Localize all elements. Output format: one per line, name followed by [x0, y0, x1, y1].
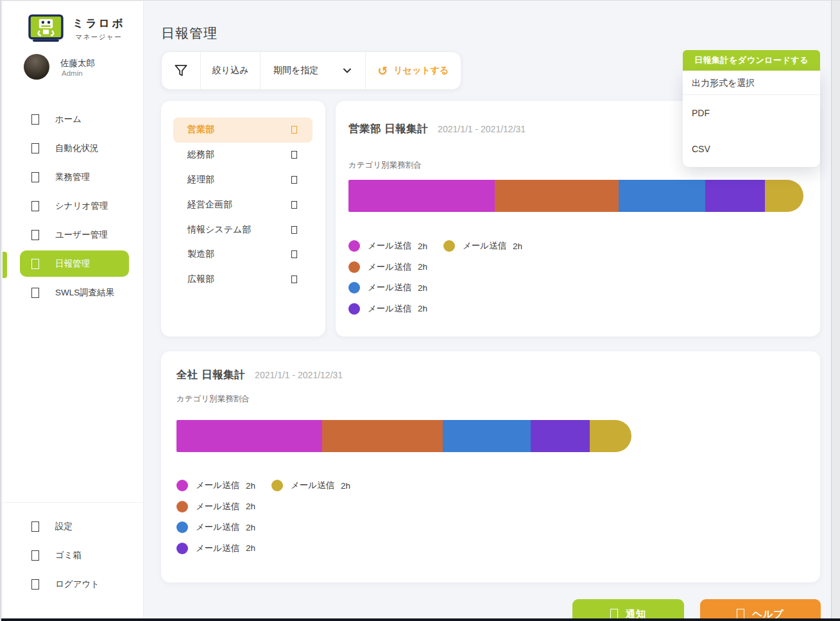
automation-status-icon	[31, 143, 39, 153]
robot-logo-icon	[28, 14, 65, 43]
sidebar-nav: ホーム自動化状況業務管理シナリオ管理ユーザー管理日報管理SWLS調査結果	[3, 105, 143, 307]
legend-dot	[348, 282, 360, 293]
legend-label: メール送信	[463, 240, 506, 252]
period-select[interactable]: 期間を指定	[261, 52, 366, 89]
app-name: ミラロボ	[73, 16, 125, 31]
trash-icon	[31, 550, 39, 561]
legend-item: メール送信2h	[176, 543, 271, 554]
bar-segment	[765, 180, 803, 212]
legend-dot	[176, 543, 188, 554]
department-label: 製造部	[187, 249, 214, 260]
sidebar-item-label: ユーザー管理	[55, 229, 108, 241]
sidebar-item-logout[interactable]: ログアウト	[3, 570, 143, 599]
legend-dot	[176, 501, 188, 512]
sidebar-item-automation-status[interactable]: 自動化状況	[3, 134, 143, 162]
company-report-chart-panel: 全社 日報集計 2021/1/1 - 2021/12/31 カテゴリ別業務割合 …	[161, 351, 820, 582]
bell-icon	[610, 609, 618, 619]
user-name: 佐藤太郎	[60, 58, 95, 69]
sidebar-item-swls-survey-results[interactable]: SWLS調査結果	[3, 278, 143, 307]
department-chevron-icon	[291, 276, 297, 283]
work-management-icon	[31, 172, 39, 182]
legend-label: メール送信	[368, 282, 411, 293]
filter-funnel-button[interactable]	[162, 52, 201, 89]
legend-value: 2h	[246, 502, 255, 511]
department-label: 営業部	[187, 124, 214, 136]
legend-value: 2h	[246, 481, 255, 491]
legend-item: メール送信2h	[271, 480, 350, 491]
sidebar-item-label: ログアウト	[55, 579, 99, 590]
sidebar-item-label: 日報管理	[55, 258, 90, 270]
sidebar-item-daily-report-management[interactable]: 日報管理	[3, 249, 143, 278]
legend-value: 2h	[418, 283, 427, 293]
bar-segment	[176, 420, 322, 452]
department-item[interactable]: 経理部	[173, 168, 313, 193]
avatar	[24, 54, 49, 80]
chart-legend: メール送信2hメール送信2hメール送信2hメール送信2hメール送信2h	[176, 475, 350, 559]
app-subtitle: マネージャー	[73, 33, 125, 42]
sidebar-item-user-management[interactable]: ユーザー管理	[3, 220, 143, 249]
download-format-prompt: 出力形式を選択	[683, 71, 820, 95]
scrollbar-track[interactable]	[831, 1, 840, 621]
chart-subtitle: カテゴリ別業務割合	[348, 160, 422, 171]
legend-item: メール送信2h	[348, 282, 443, 293]
department-chevron-icon	[291, 151, 297, 159]
department-chevron-icon	[291, 226, 297, 234]
department-list: 営業部総務部経理部経営企画部情報システム部製造部広報部	[173, 118, 313, 292]
filter-label: 絞り込み	[201, 52, 261, 89]
department-chevron-icon	[291, 126, 297, 134]
legend-dot	[348, 240, 360, 252]
notifications-button[interactable]: 通知	[572, 599, 684, 621]
daily-report-management-icon	[31, 259, 39, 269]
sidebar: ミラロボ マネージャー 佐藤太郎 Admin ホーム自動化状況業務管理シナリオ管…	[3, 1, 144, 618]
legend-label: メール送信	[196, 543, 239, 554]
department-item[interactable]: 製造部	[173, 242, 313, 267]
help-button[interactable]: ヘルプ	[700, 599, 821, 621]
department-item[interactable]: 経営企画部	[173, 192, 313, 217]
legend-item: メール送信2h	[443, 240, 522, 252]
legend-label: メール送信	[196, 521, 239, 533]
sidebar-item-home[interactable]: ホーム	[3, 105, 143, 134]
sidebar-item-trash[interactable]: ゴミ箱	[3, 541, 143, 570]
department-label: 情報システム部	[187, 224, 251, 236]
filter-bar: 絞り込み 期間を指定 ↺ リセットする	[161, 51, 461, 90]
user-management-icon	[31, 230, 39, 240]
sidebar-divider	[3, 502, 143, 503]
legend-item: メール送信2h	[348, 240, 443, 252]
legend-dot	[271, 480, 283, 491]
legend-value: 2h	[418, 304, 427, 313]
sidebar-item-label: ゴミ箱	[55, 550, 81, 561]
chart-date-range: 2021/1/1 - 2021/12/31	[255, 370, 343, 380]
sidebar-item-scenario-management[interactable]: シナリオ管理	[3, 191, 143, 220]
legend-label: メール送信	[368, 240, 411, 252]
reset-icon: ↺	[378, 65, 388, 77]
download-option-csv[interactable]: CSV	[683, 131, 820, 167]
app-logo: ミラロボ マネージャー	[28, 14, 125, 43]
swls-survey-results-icon	[31, 288, 39, 298]
department-chevron-icon	[291, 201, 297, 209]
department-item[interactable]: 広報部	[173, 267, 313, 292]
download-report-button[interactable]: 日報集計をダウンロードする	[683, 50, 820, 71]
sidebar-item-settings[interactable]: 設定	[3, 512, 143, 541]
reset-button-label: リセットする	[393, 65, 449, 76]
bar-segment	[590, 420, 631, 452]
chart-date-range: 2021/1/1 - 2021/12/31	[438, 124, 526, 134]
legend-item: メール送信2h	[176, 521, 271, 533]
funnel-icon	[173, 62, 189, 79]
sidebar-item-work-management[interactable]: 業務管理	[3, 162, 143, 191]
department-item[interactable]: 情報システム部	[173, 217, 313, 242]
sidebar-item-label: 自動化状況	[55, 143, 99, 154]
legend-label: メール送信	[368, 303, 411, 315]
help-icon	[737, 609, 744, 619]
legend-value: 2h	[418, 241, 427, 251]
download-option-pdf[interactable]: PDF	[683, 95, 820, 131]
reset-button[interactable]: ↺ リセットする	[366, 52, 461, 89]
department-label: 経理部	[187, 174, 214, 186]
legend-dot	[348, 261, 360, 273]
scenario-management-icon	[31, 201, 39, 211]
sidebar-footer-nav: 設定ゴミ箱ログアウト	[3, 512, 143, 599]
legend-dot	[176, 521, 188, 533]
department-item[interactable]: 営業部	[173, 118, 313, 143]
settings-icon	[31, 521, 39, 532]
department-item[interactable]: 総務部	[173, 143, 313, 168]
app-window: ミラロボ マネージャー 佐藤太郎 Admin ホーム自動化状況業務管理シナリオ管…	[0, 0, 840, 621]
